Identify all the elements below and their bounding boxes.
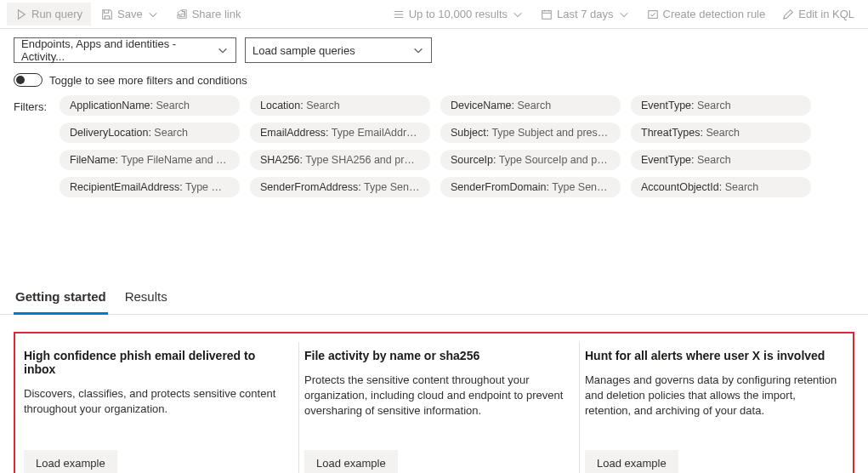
filter-pill[interactable]: ThreatTypes: Search bbox=[631, 123, 811, 143]
results-limit-button[interactable]: Up to 10,000 results bbox=[386, 4, 530, 24]
tab-getting-started[interactable]: Getting started bbox=[14, 282, 108, 315]
edit-kql-button[interactable]: Edit in KQL bbox=[775, 4, 861, 24]
sample-queries-label: Load sample queries bbox=[252, 44, 355, 57]
card-description: Protects the sensitive content throughou… bbox=[304, 373, 564, 419]
sample-card: File activity by name or sha256Protects … bbox=[299, 342, 580, 473]
filter-pill[interactable]: ApplicationName: Search bbox=[60, 95, 240, 116]
results-limit-label: Up to 10,000 results bbox=[409, 8, 508, 20]
filter-pill[interactable]: Location: Search bbox=[250, 95, 430, 116]
filter-pill[interactable]: SourceIp: Type SourceIp and pre... bbox=[440, 150, 621, 170]
toolbar-left: Run query Save Share link bbox=[7, 3, 247, 26]
filters-section: Filters: ApplicationName: SearchLocation… bbox=[0, 95, 868, 208]
filters-grid: ApplicationName: SearchLocation: SearchD… bbox=[60, 95, 811, 197]
list-icon bbox=[393, 9, 405, 20]
pencil-icon bbox=[782, 9, 794, 20]
load-example-button[interactable]: Load example bbox=[304, 450, 398, 473]
card-title: Hunt for all alerts where user X is invo… bbox=[585, 349, 844, 362]
filters-heading: Filters: bbox=[14, 95, 51, 197]
filter-pill[interactable]: EmailAddress: Type EmailAddres... bbox=[250, 123, 430, 143]
filter-pill[interactable]: FileName: Type FileName and pr... bbox=[60, 150, 240, 170]
dropdown-row: Endpoints, Apps and identities - Activit… bbox=[0, 29, 868, 70]
share-link-button[interactable]: Share link bbox=[169, 4, 248, 24]
sample-queries-dropdown[interactable]: Load sample queries bbox=[245, 37, 432, 63]
cards-row: High confidence phish email delivered to… bbox=[24, 342, 844, 473]
run-query-label: Run query bbox=[31, 8, 82, 20]
play-icon bbox=[15, 9, 27, 20]
filter-pill[interactable]: RecipientEmailAddress: Type Rec... bbox=[60, 177, 240, 197]
filter-pill[interactable]: EventType: Search bbox=[631, 95, 811, 116]
filter-pill[interactable]: DeviceName: Search bbox=[440, 95, 621, 116]
sample-card: High confidence phish email delivered to… bbox=[24, 342, 299, 473]
filter-pill[interactable]: Subject: Type Subject and press ... bbox=[440, 123, 621, 143]
card-description: Discovers, classifies, and protects sens… bbox=[24, 386, 283, 419]
time-range-button[interactable]: Last 7 days bbox=[534, 4, 637, 24]
filter-pill[interactable]: SenderFromAddress: Type Send... bbox=[250, 177, 430, 197]
run-query-button[interactable]: Run query bbox=[7, 3, 91, 26]
filters-toggle[interactable] bbox=[14, 73, 43, 87]
filter-pill[interactable]: AccountObjectId: Search bbox=[631, 177, 811, 197]
svg-rect-1 bbox=[648, 10, 657, 18]
chevron-down-icon bbox=[512, 9, 524, 20]
tabs: Getting started Results bbox=[0, 208, 868, 315]
load-example-button[interactable]: Load example bbox=[585, 450, 678, 473]
save-button[interactable]: Save bbox=[94, 4, 166, 24]
chevron-down-icon bbox=[217, 44, 229, 56]
cards-highlight: High confidence phish email delivered to… bbox=[14, 332, 854, 473]
chevron-down-icon bbox=[147, 9, 159, 20]
card-title: File activity by name or sha256 bbox=[304, 349, 564, 362]
create-rule-label: Create detection rule bbox=[663, 8, 766, 20]
svg-rect-0 bbox=[542, 10, 552, 19]
filter-pill[interactable]: EventType: Search bbox=[631, 150, 811, 170]
filter-pill[interactable]: SHA256: Type SHA256 and pres... bbox=[250, 150, 430, 170]
chevron-down-icon bbox=[618, 9, 630, 20]
filters-toggle-label: Toggle to see more filters and condition… bbox=[49, 74, 247, 87]
save-label: Save bbox=[117, 8, 143, 20]
share-link-label: Share link bbox=[192, 8, 241, 20]
filter-pill[interactable]: DeliveryLocation: Search bbox=[60, 123, 240, 143]
cards-area: High confidence phish email delivered to… bbox=[0, 315, 868, 473]
tab-results-label: Results bbox=[125, 289, 167, 304]
load-example-button[interactable]: Load example bbox=[24, 450, 117, 473]
tab-getting-started-label: Getting started bbox=[15, 289, 106, 304]
card-description: Manages and governs data by configuring … bbox=[585, 373, 844, 419]
card-title: High confidence phish email delivered to… bbox=[24, 349, 283, 376]
sample-card: Hunt for all alerts where user X is invo… bbox=[580, 342, 844, 473]
filter-pill[interactable]: SenderFromDomain: Type Sende... bbox=[440, 177, 621, 197]
calendar-icon bbox=[541, 9, 553, 20]
share-icon bbox=[176, 9, 188, 20]
chevron-down-icon bbox=[412, 44, 424, 56]
scope-dropdown-label: Endpoints, Apps and identities - Activit… bbox=[21, 37, 217, 63]
detection-icon bbox=[647, 9, 659, 20]
create-detection-rule-button[interactable]: Create detection rule bbox=[640, 4, 773, 24]
filters-toggle-row: Toggle to see more filters and condition… bbox=[0, 70, 868, 95]
toolbar: Run query Save Share link Up to 10,000 r… bbox=[0, 0, 868, 29]
time-range-label: Last 7 days bbox=[557, 8, 614, 20]
tab-results[interactable]: Results bbox=[123, 282, 169, 314]
scope-dropdown[interactable]: Endpoints, Apps and identities - Activit… bbox=[14, 37, 236, 63]
save-icon bbox=[101, 9, 113, 20]
edit-kql-label: Edit in KQL bbox=[798, 8, 854, 20]
toolbar-right: Up to 10,000 results Last 7 days Create … bbox=[386, 4, 861, 24]
